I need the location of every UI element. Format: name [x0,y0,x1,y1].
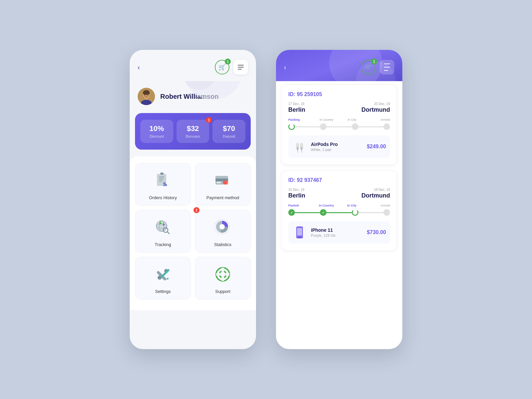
svg-rect-21 [217,182,221,183]
grid-item-statistics[interactable]: Statistics [195,210,251,253]
svg-marker-41 [166,278,169,280]
order-card-1[interactable]: ID: 95 259105 17 Dec, 19 Berlin 20 Dec, … [281,84,397,165]
grid-item-settings[interactable]: Settings [135,257,191,300]
bonuses-value: $32 [180,124,206,133]
right-header-right: 🛒 1 [361,60,394,74]
tracking-icon [152,217,174,238]
track-dot2-0: ✓ [288,209,295,216]
cart-badge: 1 [225,59,231,65]
right-cart-button[interactable]: 🛒 1 [361,60,376,74]
discount-value: 10% [144,124,170,133]
avatar [138,88,155,105]
route-to-2: 18 Dec, 19 Dortmund [361,188,390,199]
svg-point-35 [219,224,225,229]
menu-line-2 [238,67,244,67]
svg-point-7 [144,94,145,95]
order-route-2: 15 Dec, 19 Berlin 18 Dec, 19 Dortmund [288,188,390,199]
from-date-2: 15 Dec, 19 [288,188,305,192]
product-info-2: iPhone 11 Purple, 128 Gb [311,227,363,237]
from-city-2: Berlin [288,192,305,199]
product-img-1 [292,139,307,154]
track-line2-2 [358,212,383,213]
product-price-1: $249.00 [367,144,386,150]
svg-rect-47 [225,273,229,276]
track-dot2-3 [383,209,390,216]
grid-item-support[interactable]: Support [195,257,251,300]
check-0: ✓ [290,211,293,214]
track-dot2-1: ✓ [320,209,327,216]
track-line-1 [327,126,351,127]
right-back-button[interactable]: ‹ [284,64,286,71]
tracking-labels-2: Packed In Country In City Arrived [288,204,390,207]
back-button[interactable]: ‹ [138,64,140,71]
order-id-1: ID: 95 259105 [288,91,390,97]
svg-rect-44 [221,268,224,272]
product-img-2 [292,225,307,240]
tracking-labels-1: Packing In Country In City Arrived [288,118,390,121]
stats-banner: 10% Discount 1 $32 Bonuses $70 Deposit [135,113,251,150]
product-price-2: $730.00 [367,229,386,235]
grid-row-1: Orders History [135,163,251,206]
product-name-1: AirPods Pro [311,142,363,147]
orders-history-label: Orders History [149,195,177,200]
right-menu-line-3 [384,70,388,71]
route-from-1: 17 Dec, 19 Berlin [288,102,305,113]
from-date-1: 17 Dec, 19 [288,102,305,106]
right-menu-button[interactable] [380,60,394,74]
screens-container: ‹ 🛒 1 [130,50,402,349]
svg-point-30 [163,224,165,226]
product-info-1: AirPods Pro White, 1 pair [311,142,363,152]
grid-row-2: 2 [135,210,251,253]
right-phone: ‹ 🛒 1 ID: 95 259105 [276,50,402,349]
svg-rect-12 [159,179,164,180]
bonuses-card[interactable]: 1 $32 Bonuses [177,120,209,143]
menu-button[interactable] [233,60,248,74]
orders-content: ID: 95 259105 17 Dec, 19 Berlin 20 Dec, … [276,78,402,263]
discount-card[interactable]: 10% Discount [140,120,173,143]
settings-label: Settings [155,289,171,294]
track-label-incity: In City [339,118,365,121]
right-menu-line-1 [384,64,390,64]
grid-item-tracking[interactable]: Tracking [135,210,191,253]
grid-item-payment-method[interactable]: Payment method [195,163,251,206]
svg-point-43 [219,271,226,278]
route-from-2: 15 Dec, 19 Berlin [288,188,305,199]
grid-row-3: Settings [135,257,251,300]
tracking-bar-1: Packing In Country In City Arrived [288,118,390,130]
svg-rect-14 [160,173,164,175]
right-header: ‹ 🛒 1 [276,50,402,81]
deposit-card[interactable]: $70 Deposit [212,120,245,143]
tracking-badge: 2 [194,207,200,213]
track-line-2 [358,126,383,127]
order-card-2[interactable]: ID: 92 937467 15 Dec, 19 Berlin 18 Dec, … [281,170,397,251]
grid-item-orders-history[interactable]: Orders History [135,163,191,206]
track-label-packed: Packed [288,204,314,207]
from-city-1: Berlin [288,106,305,113]
svg-point-50 [297,147,299,150]
payment-method-label: Payment method [206,195,239,200]
svg-point-28 [159,222,161,224]
to-city-2: Dortmund [361,192,390,199]
header-right: 🛒 1 [215,60,248,74]
discount-label: Discount [144,134,170,138]
track-dot-2 [352,123,358,130]
svg-rect-11 [159,177,164,178]
support-icon [212,264,233,285]
right-menu-line-2 [384,67,390,67]
track-label-arrived: Arrived [365,118,390,121]
track-line2-1 [327,212,351,213]
statistics-label: Statistics [214,242,231,247]
deposit-value: $70 [216,124,242,133]
hamburger-icon [238,65,244,69]
cart-button[interactable]: 🛒 1 [215,60,229,74]
deposit-label: Deposit [216,134,242,138]
support-label: Support [215,289,230,294]
cart-icon: 🛒 [218,64,226,71]
product-desc-2: Purple, 128 Gb [311,233,363,237]
product-row-2: iPhone 11 Purple, 128 Gb $730.00 [288,221,390,244]
product-desc-1: White, 1 pair [311,148,363,152]
track-line-0 [295,126,320,127]
track-label-packing: Packing [288,118,314,121]
right-cart-icon: 🛒 [365,64,372,71]
track-dot-1 [320,123,327,130]
